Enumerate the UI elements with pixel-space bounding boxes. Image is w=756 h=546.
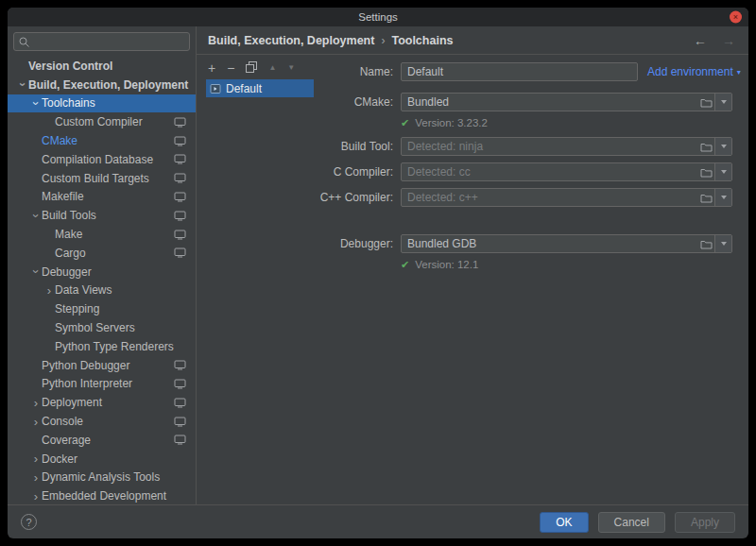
toolchains-panel: Build, Execution, Deployment › Toolchain… <box>197 26 748 504</box>
tree-item-python-type-renderers[interactable]: ›Python Type Renderers <box>8 337 196 356</box>
tree-item-label: Debugger <box>42 265 92 279</box>
settings-search-input[interactable] <box>33 33 185 50</box>
ok-button[interactable]: OK <box>540 512 588 533</box>
tree-item-python-debugger[interactable]: ›Python Debugger <box>8 356 196 375</box>
breadcrumb-parent[interactable]: Build, Execution, Deployment <box>208 34 374 47</box>
c-compiler-combobox[interactable]: Detected: cc <box>401 162 732 181</box>
tree-item-label: Toolchains <box>42 96 95 110</box>
tree-item-label: Makefile <box>42 190 84 203</box>
monitor-icon <box>174 136 186 146</box>
combobox-value: Bundled <box>402 95 697 109</box>
panel-header: Build, Execution, Deployment › Toolchain… <box>197 26 748 55</box>
browse-folder-icon[interactable] <box>697 97 714 108</box>
apply-button[interactable]: Apply <box>675 512 735 533</box>
combobox-value: Bundled GDB <box>402 237 697 250</box>
combobox-dropdown-arrow[interactable] <box>714 94 731 111</box>
chevron-expanded-icon[interactable]: › <box>17 79 29 91</box>
field-label: CMake: <box>197 95 393 109</box>
tree-item-symbol-servers[interactable]: ›Symbol Servers <box>8 318 196 337</box>
combobox-dropdown-arrow[interactable] <box>714 189 731 206</box>
tree-item-label: Symbol Servers <box>55 321 135 334</box>
version-status-row: ✔Version: 12.1 <box>197 257 748 272</box>
chevron-collapsed-icon[interactable]: › <box>30 397 42 409</box>
tree-item-cargo[interactable]: ›Cargo <box>8 244 196 263</box>
name-input[interactable] <box>401 62 638 81</box>
monitor-icon <box>174 417 186 427</box>
tree-item-toolchains[interactable]: ›Toolchains <box>8 94 196 113</box>
tree-item-custom-build-targets[interactable]: ›Custom Build Targets <box>8 169 196 188</box>
browse-folder-icon[interactable] <box>697 167 714 178</box>
tree-item-console[interactable]: ›Console <box>8 412 196 431</box>
tree-item-python-interpreter[interactable]: ›Python Interpreter <box>8 375 196 394</box>
cmake-combobox[interactable]: Bundled <box>401 93 732 111</box>
tree-item-label: Deployment <box>42 396 102 409</box>
chevron-expanded-icon[interactable]: › <box>30 97 43 109</box>
monitor-icon <box>174 117 186 128</box>
chevron-collapsed-icon[interactable]: › <box>30 452 42 465</box>
combobox-value: Detected: cc <box>402 165 697 179</box>
check-icon: ✔ <box>401 260 409 270</box>
tree-item-label: Python Type Renderers <box>55 340 174 353</box>
chevron-collapsed-icon[interactable]: › <box>30 416 42 428</box>
tree-item-deployment[interactable]: ›Deployment <box>8 393 196 412</box>
chevron-collapsed-icon[interactable]: › <box>43 284 55 297</box>
version-text: Version: 3.23.2 <box>415 117 488 128</box>
settings-sidebar: ›Version Control›Build, Execution, Deplo… <box>8 26 197 504</box>
tree-item-label: Embedded Development <box>42 489 166 503</box>
field-row-debugger: Debugger:Bundled GDB <box>197 234 748 253</box>
combobox-dropdown-arrow[interactable] <box>714 138 731 155</box>
monitor-icon <box>174 247 186 258</box>
tree-item-dynamic-analysis-tools[interactable]: ›Dynamic Analysis Tools <box>8 469 196 487</box>
cancel-button[interactable]: Cancel <box>598 512 665 533</box>
tree-item-docker[interactable]: ›Docker <box>8 450 196 469</box>
field-label: C++ Compiler: <box>197 191 393 204</box>
settings-search-box[interactable] <box>13 32 190 51</box>
chevron-down-icon <box>721 196 727 199</box>
tree-item-makefile[interactable]: ›Makefile <box>8 188 196 207</box>
forward-icon[interactable]: → <box>722 33 735 48</box>
tree-item-cmake[interactable]: ›CMake <box>8 131 196 150</box>
combobox-dropdown-arrow[interactable] <box>714 163 731 180</box>
browse-folder-icon[interactable] <box>697 193 714 203</box>
chevron-expanded-icon[interactable]: › <box>30 266 43 278</box>
field-label: Debugger: <box>197 237 393 250</box>
back-icon[interactable]: ← <box>694 33 707 48</box>
tree-item-label: Console <box>42 415 83 428</box>
add-environment-link[interactable]: Add environment ▾ <box>647 65 741 78</box>
chevron-expanded-icon[interactable]: › <box>30 210 43 221</box>
monitor-icon <box>174 435 186 445</box>
combobox-value: Detected: c++ <box>402 191 697 204</box>
tree-item-compilation-database[interactable]: ›Compilation Database <box>8 150 196 169</box>
chevron-down-icon <box>721 242 727 246</box>
combobox-dropdown-arrow[interactable] <box>714 235 731 252</box>
tree-item-stepping[interactable]: ›Stepping <box>8 299 196 318</box>
tree-item-custom-compiler[interactable]: ›Custom Compiler <box>8 112 196 131</box>
tree-item-label: Cargo <box>55 247 86 260</box>
chevron-collapsed-icon[interactable]: › <box>30 490 42 503</box>
tree-item-label: Build Tools <box>42 209 96 222</box>
help-button[interactable]: ? <box>21 514 37 530</box>
window-title: Settings <box>358 11 398 23</box>
tree-item-embedded-development[interactable]: ›Embedded Development <box>8 486 196 505</box>
tree-item-debugger[interactable]: ›Debugger <box>8 263 196 282</box>
close-button[interactable]: × <box>730 11 742 24</box>
tree-item-build-execution-deployment[interactable]: ›Build, Execution, Deployment <box>8 76 196 94</box>
tree-item-label: Version Control <box>28 60 112 73</box>
monitor-icon <box>174 192 186 202</box>
tree-item-build-tools[interactable]: ›Build Tools <box>8 206 196 225</box>
breadcrumb-current: Toolchains <box>391 34 453 47</box>
build-tool-combobox[interactable]: Detected: ninja <box>401 137 732 156</box>
browse-folder-icon[interactable] <box>697 239 714 249</box>
c-compiler-combobox[interactable]: Detected: c++ <box>401 188 732 207</box>
tree-item-version-control[interactable]: ›Version Control <box>8 57 196 76</box>
version-text: Version: 12.1 <box>415 259 478 270</box>
close-icon: × <box>733 13 738 22</box>
dialog-footer: ? OK Cancel Apply <box>8 504 748 538</box>
chevron-collapsed-icon[interactable]: › <box>30 471 42 484</box>
tree-item-make[interactable]: ›Make <box>8 225 196 244</box>
browse-folder-icon[interactable] <box>697 142 714 152</box>
tree-item-coverage[interactable]: ›Coverage <box>8 431 196 450</box>
tree-item-data-views[interactable]: ›Data Views <box>8 282 196 300</box>
titlebar[interactable]: Settings × <box>8 8 748 26</box>
debugger-combobox[interactable]: Bundled GDB <box>401 234 732 253</box>
